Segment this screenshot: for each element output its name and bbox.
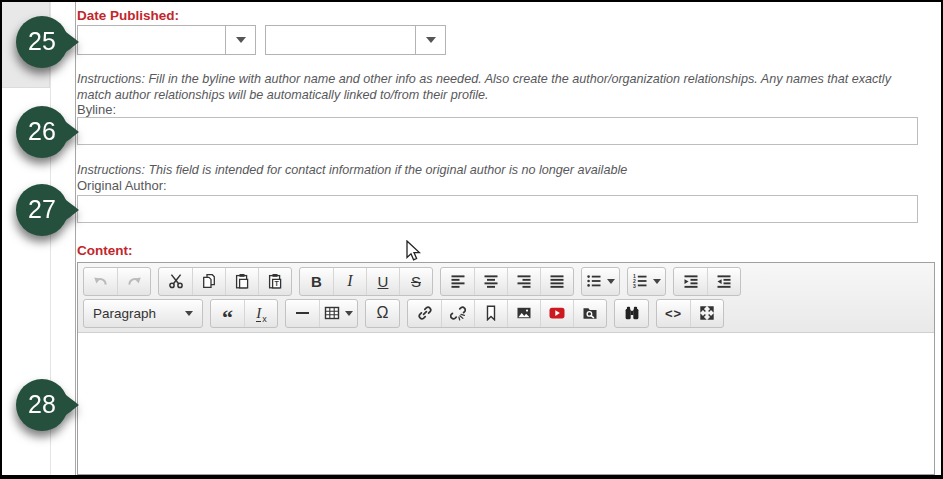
bold-icon: B: [311, 274, 322, 289]
insert-link-button[interactable]: [408, 300, 441, 327]
align-center-button[interactable]: [474, 268, 507, 295]
insert-image-button[interactable]: [507, 300, 540, 327]
annotation-marker-27: 27: [15, 181, 79, 239]
image-icon: [516, 305, 532, 321]
strikethrough-button[interactable]: S: [399, 268, 432, 295]
original-author-input[interactable]: [77, 195, 918, 223]
format-select-value: Paragraph: [93, 306, 156, 321]
paste-icon: [234, 273, 250, 289]
file-browser-button[interactable]: [573, 300, 606, 327]
byline-input[interactable]: [77, 117, 918, 145]
date-published-second-combobox[interactable]: [265, 25, 446, 55]
copy-button[interactable]: [192, 268, 225, 295]
byline-instructions: Instructions: Fill in the byline with au…: [77, 72, 925, 103]
outdent-icon: [716, 273, 732, 289]
source-code-button[interactable]: <>: [657, 300, 690, 327]
undo-button[interactable]: [84, 268, 117, 295]
remove-format-button[interactable]: Ix: [244, 300, 277, 327]
original-author-label: Original Author:: [77, 178, 167, 193]
date-published-second-dropdown-button[interactable]: [415, 26, 445, 54]
bookmark-icon: [483, 305, 499, 321]
indent-icon: [683, 273, 699, 289]
chevron-down-icon: [236, 37, 246, 43]
file-browser-icon: [582, 305, 598, 321]
insert-video-button[interactable]: [540, 300, 573, 327]
paste-button[interactable]: [225, 268, 258, 295]
youtube-icon: [549, 305, 565, 321]
fullscreen-button[interactable]: [690, 300, 723, 327]
editor-content-area[interactable]: [78, 333, 934, 474]
annotation-marker-25: 25: [15, 13, 79, 71]
table-button[interactable]: [319, 300, 357, 327]
date-published-first-value[interactable]: [78, 26, 225, 54]
special-character-icon: Ω: [377, 305, 389, 321]
chevron-down-icon: [345, 311, 353, 316]
paste-as-text-button[interactable]: T: [258, 268, 291, 295]
marker-27-number: 27: [28, 195, 56, 223]
search-group: [614, 299, 649, 328]
page-background: 25 26 27 28 Date Published:: [2, 2, 941, 475]
marker-25-number: 25: [28, 27, 56, 55]
bold-button[interactable]: B: [300, 268, 333, 295]
indent-button[interactable]: [674, 268, 707, 295]
date-published-first-dropdown-button[interactable]: [225, 26, 255, 54]
marker-26-number: 26: [28, 117, 56, 145]
format-select-group: Paragraph: [83, 299, 203, 328]
redo-button[interactable]: [117, 268, 150, 295]
numbered-list-button[interactable]: 1 2 3: [628, 268, 665, 295]
align-left-icon: [450, 273, 466, 289]
align-right-icon: [516, 273, 532, 289]
svg-text:T: T: [274, 280, 279, 287]
clipboard-group: T: [158, 267, 292, 296]
mouse-cursor-icon: [405, 240, 423, 264]
align-left-button[interactable]: [441, 268, 474, 295]
bullet-list-icon: [586, 273, 602, 289]
strikethrough-icon: S: [411, 274, 421, 289]
format-select[interactable]: Paragraph: [84, 300, 202, 327]
cut-icon: [168, 273, 184, 289]
insert-objects-group: [285, 299, 358, 328]
screenshot-canvas: 25 26 27 28 Date Published:: [0, 0, 943, 479]
chevron-down-icon: [607, 279, 615, 284]
text-style-group: B I U S: [299, 267, 433, 296]
svg-text:3: 3: [633, 283, 636, 289]
bullet-list-group: [581, 267, 620, 296]
anchor-button[interactable]: [474, 300, 507, 327]
rich-text-editor: T B I U S: [77, 262, 935, 475]
cut-button[interactable]: [159, 268, 192, 295]
date-published-second-value[interactable]: [266, 26, 415, 54]
chevron-down-icon: [185, 311, 193, 316]
fullscreen-icon: [699, 305, 715, 321]
italic-button[interactable]: I: [333, 268, 366, 295]
bullet-list-button[interactable]: [582, 268, 619, 295]
blockquote-button[interactable]: “: [211, 300, 244, 327]
redo-icon: [126, 273, 142, 289]
find-replace-button[interactable]: [615, 300, 648, 327]
content-label: Content:: [77, 243, 132, 258]
underline-icon: U: [378, 274, 389, 289]
annotation-marker-26: 26: [15, 103, 79, 161]
outdent-button[interactable]: [707, 268, 740, 295]
horizontal-rule-button[interactable]: [286, 300, 319, 327]
link-media-group: [407, 299, 607, 328]
numbered-list-group: 1 2 3: [627, 267, 666, 296]
numbered-list-icon: 1 2 3: [632, 273, 648, 289]
marker-28-number: 28: [28, 390, 56, 418]
source-code-icon: <>: [665, 307, 682, 320]
editor-toolbar: T B I U S: [78, 263, 934, 333]
indent-group: [673, 267, 741, 296]
underline-button[interactable]: U: [366, 268, 399, 295]
undo-icon: [93, 273, 109, 289]
annotation-marker-28: 28: [15, 376, 79, 434]
date-published-first-combobox[interactable]: [77, 25, 256, 55]
align-right-button[interactable]: [507, 268, 540, 295]
special-character-button[interactable]: Ω: [366, 300, 399, 327]
paste-as-text-icon: T: [267, 273, 283, 289]
remove-link-button[interactable]: [441, 300, 474, 327]
align-justify-button[interactable]: [540, 268, 573, 295]
remove-format-icon: Ix: [256, 304, 266, 322]
quote-format-group: “ Ix: [210, 299, 278, 328]
align-justify-icon: [549, 273, 565, 289]
chevron-down-icon: [653, 279, 661, 284]
align-center-icon: [483, 273, 499, 289]
